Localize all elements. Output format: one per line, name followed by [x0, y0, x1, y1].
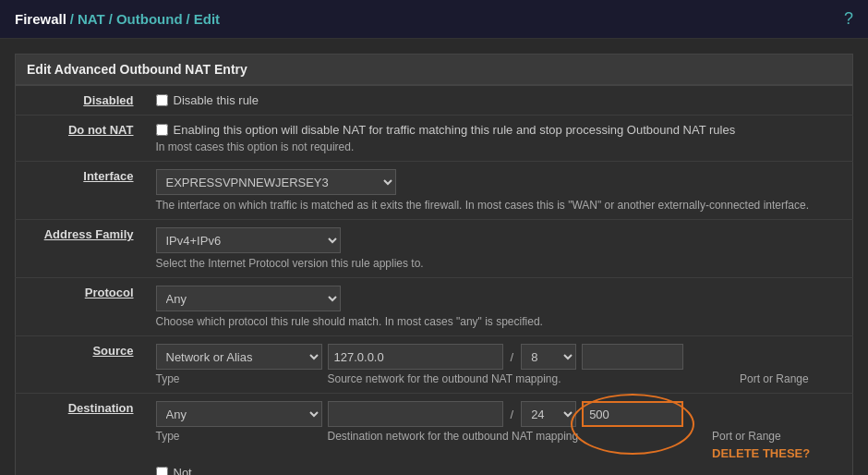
address-family-help: Select the Internet Protocol version thi… [156, 257, 842, 270]
disabled-checkbox-row: Disable this rule [156, 93, 842, 107]
interface-row: Interface EXPRESSVPNNEWJERSEY3 The inter… [16, 162, 853, 220]
source-type-select[interactable]: Network or AliasAnyLAN netWAN net [156, 344, 322, 370]
interface-select[interactable]: EXPRESSVPNNEWJERSEY3 [156, 169, 396, 195]
header-bar: Firewall / NAT / Outbound / Edit ? [0, 0, 868, 39]
dest-type-select[interactable]: AnyNetwork or AliasLAN netWAN net [156, 401, 322, 427]
form-table: Disabled Disable this rule Do not NAT En… [15, 85, 853, 475]
dest-port-input[interactable] [582, 401, 683, 427]
dest-cidr-separator: / [509, 408, 516, 421]
source-cidr-separator: / [509, 350, 516, 364]
do-not-nat-checkbox[interactable] [156, 124, 168, 136]
breadcrumb-outbound[interactable]: Outbound [116, 11, 183, 27]
not-label: Not [174, 466, 192, 475]
breadcrumb-sep-2: / [109, 11, 113, 27]
source-label: Source [92, 344, 133, 358]
do-not-nat-row: Do not NAT Enabling this option will dis… [16, 116, 853, 162]
breadcrumb-firewall[interactable]: Firewall [15, 11, 66, 27]
dest-network-sublabel: Destination network for the outbound NAT… [328, 430, 707, 443]
breadcrumb: Firewall / NAT / Outbound / Edit [15, 11, 220, 27]
interface-label: Interface [83, 169, 133, 183]
dest-network-input[interactable] [328, 401, 503, 427]
source-network-input[interactable] [328, 344, 503, 370]
destination-row: Destination AnyNetwork or AliasLAN netWA… [16, 394, 853, 476]
destination-label: Destination [68, 401, 134, 415]
protocol-help: Choose which protocol this rule should m… [156, 315, 842, 328]
delete-annotation: DELETE THESE? [712, 446, 841, 460]
interface-help: The interface on which traffic is matche… [156, 199, 842, 212]
protocol-select[interactable]: Any [156, 286, 341, 311]
disabled-label: Disabled [83, 93, 133, 107]
source-port-sublabel: Port or Range [740, 372, 841, 385]
disabled-checkbox[interactable] [156, 94, 168, 106]
do-not-nat-subtext: In most cases this option is not require… [156, 140, 842, 153]
source-network-sublabel: Source network for the outbound NAT mapp… [328, 372, 735, 385]
disabled-checkbox-label: Disable this rule [174, 93, 259, 107]
main-content: Edit Advanced Outbound NAT Entry Disable… [0, 39, 868, 475]
dest-port-highlighted-wrapper [582, 401, 683, 427]
source-cidr-select[interactable]: 0123456789101112131415161718192021222324… [521, 344, 576, 370]
breadcrumb-edit[interactable]: Edit [194, 11, 220, 27]
source-controls-row: Network or AliasAnyLAN netWAN net / 0123… [156, 344, 842, 370]
disabled-row: Disabled Disable this rule [16, 86, 853, 116]
dest-type-sublabel: Type [156, 430, 322, 443]
do-not-nat-text: Enabling this option will disable NAT fo… [174, 123, 736, 137]
protocol-row: Protocol Any Choose which protocol this … [16, 278, 853, 336]
address-family-label: Address Family [44, 227, 134, 241]
breadcrumb-nat[interactable]: NAT [78, 11, 105, 27]
protocol-label: Protocol [85, 286, 134, 299]
do-not-nat-checkbox-row: Enabling this option will disable NAT fo… [156, 123, 842, 137]
source-row: Source Network or AliasAnyLAN netWAN net… [16, 336, 853, 394]
help-icon[interactable]: ? [844, 9, 853, 29]
breadcrumb-sep-3: / [187, 11, 190, 27]
dest-port-sublabel: Port or Range [712, 430, 841, 443]
address-family-row: Address Family IPv4+IPv6 Select the Inte… [16, 220, 853, 278]
do-not-nat-label: Do not NAT [68, 123, 134, 137]
destination-controls-row: AnyNetwork or AliasLAN netWAN net / 0123… [156, 401, 842, 427]
section-title: Edit Advanced Outbound NAT Entry [15, 54, 853, 85]
dest-cidr-select[interactable]: 0123456789101112131415161718192021222324… [521, 401, 576, 427]
not-checkbox[interactable] [156, 467, 168, 475]
source-type-sublabel: Type [156, 372, 322, 385]
not-row: Not [156, 466, 842, 475]
address-family-select[interactable]: IPv4+IPv6 [156, 227, 341, 253]
breadcrumb-sep-1: / [70, 11, 74, 27]
source-port-input[interactable] [582, 344, 683, 370]
